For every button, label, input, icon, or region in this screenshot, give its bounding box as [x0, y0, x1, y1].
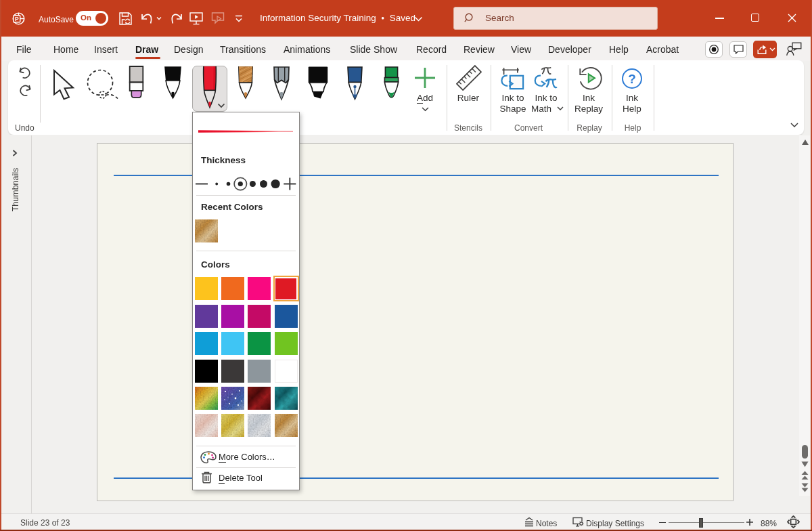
svg-text:P: P — [15, 16, 19, 22]
svg-text:?: ? — [628, 72, 636, 86]
